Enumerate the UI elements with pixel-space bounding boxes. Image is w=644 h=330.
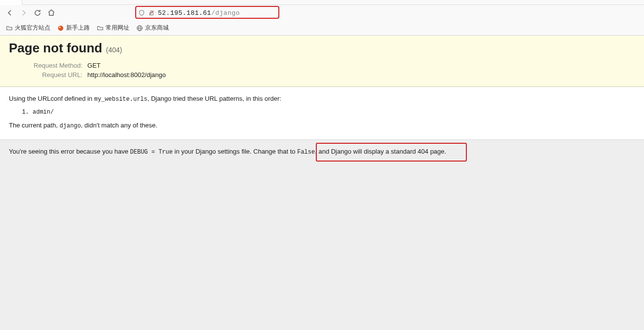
address-bar-container: 52.195.181.61/django: [135, 8, 243, 18]
shield-icon[interactable]: [138, 9, 145, 16]
urlconf-name: my_website.urls: [94, 96, 148, 103]
debug-explanation: You're seeing this error because you hav…: [0, 140, 644, 164]
explanation-text: You're seeing this error because you hav…: [9, 147, 635, 157]
meta-label: Request URL:: [34, 70, 87, 80]
bookmark-label: 京东商城: [145, 24, 169, 32]
svg-point-3: [59, 26, 61, 28]
bookmark-label: 新手上路: [66, 24, 90, 32]
svg-point-2: [58, 25, 64, 31]
pattern-list: admin/: [33, 108, 635, 117]
home-icon[interactable]: [47, 9, 55, 17]
debug-true-code: DEBUG = True: [130, 149, 173, 156]
meta-label: Request Method:: [34, 61, 87, 70]
table-row: Request URL: http://localhost:8002/djang…: [34, 70, 166, 80]
bookmark-item-2[interactable]: 常用网址: [97, 24, 129, 32]
outro-text: The current path, django, didn't match a…: [9, 121, 635, 130]
back-icon[interactable]: [6, 9, 14, 17]
globe-icon: [136, 25, 143, 32]
forward-icon[interactable]: [20, 9, 28, 17]
address-path: /django: [211, 9, 240, 17]
folder-icon: [97, 25, 104, 32]
address-bar[interactable]: 52.195.181.61/django: [135, 8, 243, 18]
intro-text: Using the URLconf defined in my_website.…: [9, 94, 635, 104]
reload-icon[interactable]: [34, 9, 41, 17]
bookmark-label: 火狐官方站点: [15, 24, 50, 32]
list-item: admin/: [33, 108, 635, 117]
bookmark-label: 常用网址: [106, 24, 129, 32]
bookmark-item-0[interactable]: 火狐官方站点: [6, 24, 50, 32]
page-title: Page not found: [9, 41, 102, 55]
browser-toolbar: 52.195.181.61/django: [0, 5, 644, 21]
bookmark-item-3[interactable]: 京东商城: [136, 24, 169, 32]
status-code: (404): [106, 46, 122, 54]
folder-icon: [6, 25, 13, 32]
address-text[interactable]: 52.195.181.61/django: [158, 9, 240, 17]
current-path-code: django: [60, 123, 81, 129]
debug-false-code: False: [297, 149, 315, 156]
insecure-lock-icon[interactable]: [148, 9, 155, 16]
error-summary: Page not found (404) Request Method: GET…: [0, 36, 644, 87]
tab-strip-edge: [0, 0, 22, 5]
bookmark-item-1[interactable]: 新手上路: [57, 24, 90, 32]
orange-circle-icon: [57, 25, 64, 32]
meta-value: http://localhost:8002/django: [87, 70, 166, 80]
meta-value: GET: [87, 61, 166, 70]
tab-strip: [0, 0, 644, 5]
address-host: 52.195.181.61: [158, 9, 211, 17]
urlconf-info: Using the URLconf defined in my_website.…: [0, 87, 644, 140]
table-row: Request Method: GET: [34, 61, 166, 70]
request-meta-table: Request Method: GET Request URL: http://…: [34, 61, 166, 80]
bookmarks-bar: 火狐官方站点 新手上路 常用网址 京东商城: [0, 21, 644, 36]
